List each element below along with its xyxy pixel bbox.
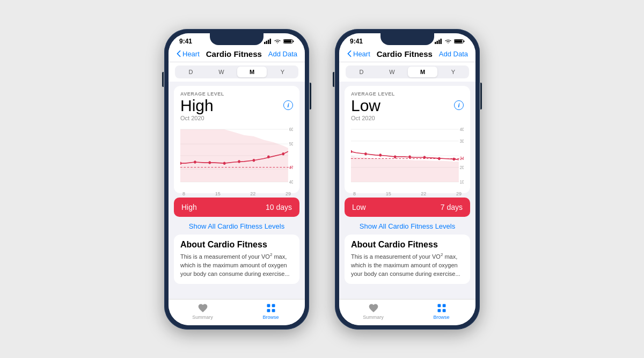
chart-left: 60 50 47 40 8 15 22 29	[180, 123, 293, 188]
back-button-right[interactable]: Heart	[347, 50, 370, 58]
level-badge-left[interactable]: High 10 days	[174, 198, 299, 217]
grid-icon-right	[436, 303, 447, 313]
x-label-15-left: 15	[215, 191, 221, 196]
svg-rect-32	[441, 39, 442, 44]
about-text-left: This is a measurement of your VO2 max, w…	[180, 252, 293, 279]
svg-text:40: 40	[289, 179, 293, 185]
svg-point-45	[408, 155, 411, 158]
badge-label-right: Low	[352, 203, 366, 211]
phone-high-inner: 9:41 Heart Cardio Fitness Add Data	[169, 33, 305, 325]
svg-point-14	[209, 161, 211, 164]
stats-block-right: AVERAGE LEVEL Low i Oct 2020	[345, 86, 470, 193]
status-time-left: 9:41	[179, 38, 192, 45]
notch-right	[380, 33, 434, 45]
info-icon-left[interactable]: i	[283, 100, 293, 110]
seg-d-left[interactable]: D	[176, 67, 206, 77]
about-text-right: This is a measurement of your VO2 max, w…	[351, 252, 464, 279]
avg-label-left: AVERAGE LEVEL	[180, 91, 293, 97]
seg-w-right[interactable]: W	[377, 67, 407, 77]
stats-block-left: AVERAGE LEVEL High i Oct 2020	[174, 86, 299, 193]
heart-icon-left	[197, 303, 208, 313]
svg-text:60: 60	[289, 127, 293, 132]
phone-low: 9:41 Heart Cardio Fitness Add Data	[335, 29, 480, 330]
x-label-29-left: 29	[286, 191, 291, 196]
nav-bar-left: Heart Cardio Fitness Add Data	[169, 47, 305, 62]
about-section-right: About Cardio Fitness This is a measureme…	[345, 235, 470, 284]
x-label-29-right: 29	[456, 191, 462, 196]
info-icon-right[interactable]: i	[454, 100, 464, 110]
show-all-right[interactable]: Show All Cardio Fitness Levels	[339, 219, 475, 235]
svg-text:40: 40	[460, 127, 464, 132]
seg-y-right[interactable]: Y	[438, 67, 468, 77]
svg-point-42	[364, 152, 367, 155]
svg-rect-57	[437, 309, 441, 312]
tab-summary-label-right: Summary	[363, 315, 384, 320]
svg-rect-29	[435, 42, 436, 44]
badge-days-left: 10 days	[266, 203, 292, 211]
chart-x-labels-left: 8 15 22 29	[180, 191, 293, 196]
signal-icon-right	[435, 39, 442, 44]
nav-title-right: Cardio Fitness	[377, 49, 433, 59]
tab-summary-left[interactable]: Summary	[169, 303, 237, 320]
tab-browse-left[interactable]: Browse	[237, 303, 305, 320]
chart-svg-right: 40 30 24 20 10	[351, 123, 464, 188]
avg-reading-left: High	[180, 97, 214, 114]
wifi-icon-right	[444, 39, 452, 44]
vo2-sup-left: 2	[270, 252, 272, 257]
svg-point-43	[379, 154, 382, 156]
wifi-icon	[274, 39, 281, 44]
seg-w-left[interactable]: W	[207, 67, 236, 77]
avg-reading-right: Low	[351, 97, 380, 114]
x-label-8-right: 8	[353, 191, 356, 196]
svg-rect-26	[272, 304, 275, 307]
add-data-right[interactable]: Add Data	[439, 50, 468, 58]
svg-rect-30	[437, 41, 438, 44]
svg-rect-2	[268, 40, 269, 44]
svg-point-17	[253, 159, 255, 162]
chart-x-labels-right: 8 15 22 29	[351, 191, 464, 196]
svg-point-16	[238, 160, 240, 163]
svg-rect-1	[266, 41, 268, 44]
notch	[210, 33, 264, 45]
scroll-content-right: AVERAGE LEVEL Low i Oct 2020	[339, 82, 475, 299]
svg-point-19	[282, 152, 284, 155]
grid-icon-left	[266, 303, 276, 313]
tab-browse-label-right: Browse	[433, 315, 449, 320]
svg-rect-25	[267, 304, 270, 307]
seg-m-left[interactable]: M	[237, 67, 267, 77]
tab-bar-left: Summary Browse	[169, 299, 305, 325]
heart-icon-right	[368, 303, 379, 313]
add-data-left[interactable]: Add Data	[268, 50, 297, 58]
segment-wrap-right: D W M Y	[339, 62, 475, 82]
tab-summary-right[interactable]: Summary	[339, 303, 407, 320]
svg-rect-6	[293, 40, 294, 42]
about-title-right: About Cardio Fitness	[351, 240, 464, 250]
svg-rect-56	[442, 304, 445, 307]
seg-d-right[interactable]: D	[347, 67, 376, 77]
x-label-15-right: 15	[386, 191, 391, 196]
back-button-left[interactable]: Heart	[176, 50, 200, 58]
show-all-left[interactable]: Show All Cardio Fitness Levels	[169, 219, 305, 235]
svg-text:47: 47	[289, 165, 293, 170]
tab-summary-label-left: Summary	[192, 315, 213, 320]
svg-rect-28	[272, 309, 275, 312]
battery-icon	[283, 39, 294, 44]
status-time-right: 9:41	[350, 38, 363, 45]
svg-rect-3	[270, 39, 272, 44]
seg-y-left[interactable]: Y	[268, 67, 297, 77]
back-label-left: Heart	[182, 50, 200, 58]
svg-point-18	[267, 155, 270, 158]
x-label-22-left: 22	[250, 191, 255, 196]
status-icons-left	[264, 39, 294, 44]
badge-label-left: High	[181, 203, 197, 211]
back-label-right: Heart	[353, 50, 370, 58]
svg-text:10: 10	[460, 179, 464, 185]
avg-date-right: Oct 2020	[351, 115, 464, 121]
signal-icon	[264, 39, 272, 44]
seg-m-right[interactable]: M	[408, 67, 437, 77]
svg-point-48	[452, 157, 455, 160]
tab-browse-right[interactable]: Browse	[407, 303, 475, 320]
svg-rect-5	[284, 40, 291, 42]
level-badge-right[interactable]: Low 7 days	[345, 198, 470, 217]
tab-bar-right: Summary Browse	[339, 299, 475, 325]
